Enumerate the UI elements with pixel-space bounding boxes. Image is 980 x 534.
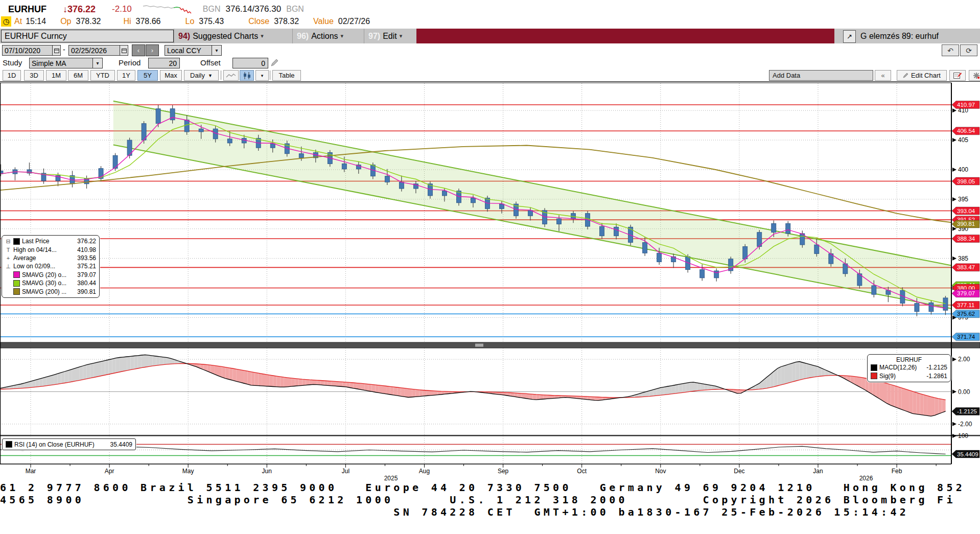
chart-title-label: G elemzés 89: eurhuf <box>860 29 939 43</box>
legend-row-macd: MACD(12,26) -1.2125 <box>871 363 947 372</box>
macd-legend[interactable]: EURHUF MACD(12,26) -1.2125 Sig(9) -1.286… <box>867 354 951 382</box>
legend-label: SMAVG (30) o... <box>22 280 75 287</box>
menu-key-number: 97) <box>368 32 380 41</box>
legend-value: 410.98 <box>77 246 96 253</box>
edit-chart-button[interactable]: Edit Chart <box>897 70 947 81</box>
pencil-icon[interactable] <box>270 58 279 67</box>
svg-text:Sep: Sep <box>498 468 509 475</box>
security-input[interactable]: EURHUF Curncy <box>1 30 174 42</box>
range-tab-5y[interactable]: 5Y <box>137 70 158 81</box>
tree-expander-icon[interactable]: ⊟ <box>5 238 11 245</box>
open-label: Op <box>60 17 71 26</box>
legend-value: 393.56 <box>77 254 96 262</box>
menu-actions[interactable]: 96) Actions ▾ <box>292 29 347 43</box>
export-icon[interactable]: ↗ <box>843 30 856 43</box>
ticker-symbol: EURHUF <box>8 4 46 15</box>
back-button[interactable]: ↶ <box>942 44 959 56</box>
chart-type-more-button[interactable]: ▾ <box>255 70 269 81</box>
legend-value: 379.07 <box>77 271 96 278</box>
period-label: Period <box>119 58 141 67</box>
svg-text:393.04: 393.04 <box>957 208 975 214</box>
calendar-icon[interactable] <box>120 45 128 56</box>
range-controls-row: 07/10/2020 - 02/25/2026 ‹ › Local CCY ▾ … <box>0 44 980 57</box>
chevron-down-icon: ▾ <box>400 33 403 39</box>
next-range-button[interactable]: › <box>146 44 159 56</box>
series-swatch <box>13 271 20 278</box>
svg-text:2.00: 2.00 <box>958 356 970 363</box>
rsi-legend[interactable]: RSI (14) on Close (EURHUF) 35.4409 <box>2 438 136 450</box>
svg-text:371.74: 371.74 <box>957 334 975 340</box>
series-swatch <box>871 364 877 371</box>
ohlc-row: ◷ At 15:14 Op 378.32 Hi 378.66 Lo 375.43… <box>1 16 370 27</box>
close-label: Close <box>248 17 269 26</box>
bid-source: BGN <box>203 5 221 14</box>
currency-select[interactable]: Local CCY <box>165 45 216 56</box>
svg-text:2025: 2025 <box>384 475 398 482</box>
calendar-icon[interactable] <box>52 45 61 56</box>
main-chart-legend[interactable]: ⊟ Last Price 376.22 T High on 04/14... 4… <box>2 235 100 298</box>
study-select[interactable]: Simple MA <box>29 58 97 68</box>
currency-dropdown-icon[interactable]: ▾ <box>212 45 222 56</box>
date-from-input[interactable]: 07/10/2020 <box>2 45 56 56</box>
close-value: 378.32 <box>274 17 299 26</box>
quote-row: EURHUF ↓376.22 -2.10 BGN 376.14/376.30 B… <box>8 3 304 15</box>
legend-value: 380.44 <box>77 280 96 287</box>
series-swatch <box>13 280 20 287</box>
legend-value: 376.22 <box>77 238 96 245</box>
footer-session-line: SN 784228 CET GMT+1:00 ba1830-167 25-Feb… <box>0 506 980 518</box>
date-to-input[interactable]: 02/25/2026 <box>68 45 124 56</box>
legend-value: 375.21 <box>77 263 96 270</box>
legend-row-high: T High on 04/14... 410.98 <box>5 245 96 253</box>
svg-text:2026: 2026 <box>859 475 873 482</box>
svg-text:395: 395 <box>958 196 968 203</box>
series-swatch <box>13 288 20 295</box>
menu-edit[interactable]: 97) Edit ▾ <box>364 29 406 43</box>
x-axis: MarAprMayJunJulAugSepOctNovDecJanFeb2025… <box>0 464 951 482</box>
range-tab-6m[interactable]: 6M <box>68 70 88 81</box>
menu-label: Suggested Charts <box>193 32 258 41</box>
prev-range-button[interactable]: ‹ <box>132 44 145 56</box>
svg-text:400: 400 <box>958 166 968 173</box>
legend-label: SMAVG (200) ... <box>22 288 75 295</box>
menu-bar-filler <box>416 29 834 43</box>
add-data-input[interactable]: Add Data <box>769 70 873 81</box>
frequency-dropdown[interactable]: Daily ▼ <box>184 70 219 81</box>
range-tab-3d[interactable]: 3D <box>24 70 44 81</box>
pencil-icon <box>903 73 908 78</box>
table-button[interactable]: Table <box>272 70 301 81</box>
macd-legend-title: EURHUF <box>871 356 947 363</box>
offset-input[interactable]: 0 <box>232 58 268 68</box>
series-swatch <box>871 373 877 379</box>
period-input[interactable]: 20 <box>148 58 180 68</box>
price-chart[interactable]: 4104054003953903853803752.000.00-2.00100… <box>0 82 980 483</box>
high-value: 378.66 <box>136 17 161 26</box>
svg-text:377.11: 377.11 <box>957 302 974 308</box>
range-tab-1y[interactable]: 1Y <box>117 70 135 81</box>
svg-text:Nov: Nov <box>655 468 666 475</box>
collapse-panel-button[interactable]: « <box>875 70 891 81</box>
series-swatch <box>13 238 20 245</box>
refresh-button[interactable]: ⟳ <box>960 44 977 56</box>
range-tab-1d[interactable]: 1D <box>3 70 21 81</box>
chart-settings-button[interactable] <box>969 70 980 81</box>
study-label: Study <box>3 58 22 67</box>
frequency-label: Daily <box>190 72 205 79</box>
chart-annotate-button[interactable] <box>949 70 966 81</box>
average-marker-icon: + <box>5 255 11 261</box>
edit-chart-label: Edit Chart <box>911 72 941 79</box>
svg-text:Aug: Aug <box>419 468 430 475</box>
candle-chart-type-button[interactable] <box>240 70 254 81</box>
range-tab-max[interactable]: Max <box>160 70 182 81</box>
range-tab-1m[interactable]: 1M <box>46 70 66 81</box>
menu-suggested-charts[interactable]: 94) Suggested Charts ▾ <box>174 29 268 43</box>
range-tab-ytd[interactable]: YTD <box>90 70 115 81</box>
study-dropdown-icon[interactable]: ▾ <box>92 58 103 68</box>
clock-icon: ◷ <box>1 16 11 27</box>
svg-text:406.54: 406.54 <box>957 128 975 134</box>
line-chart-type-button[interactable] <box>223 70 239 81</box>
legend-row-signal: Sig(9) -1.2861 <box>871 372 947 380</box>
svg-text:388.34: 388.34 <box>957 236 975 242</box>
offset-label: Offset <box>200 58 221 67</box>
menu-label: Actions <box>311 32 338 41</box>
high-label: Hi <box>123 17 131 26</box>
